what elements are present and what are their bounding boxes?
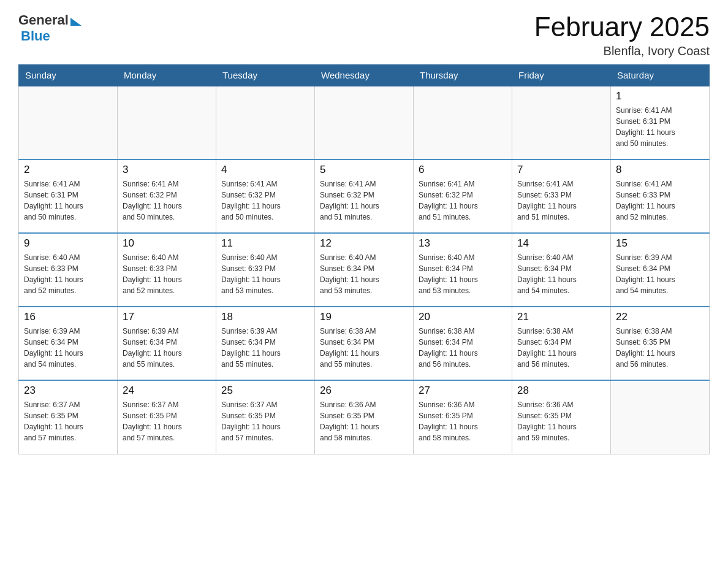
calendar-title: February 2025 [534,12,710,42]
day-number: 12 [320,237,408,250]
day-number: 7 [517,164,605,176]
day-info: Sunrise: 6:41 AMSunset: 6:33 PMDaylight:… [517,178,605,223]
calendar-cell: 16Sunrise: 6:39 AMSunset: 6:34 PMDayligh… [19,307,118,380]
calendar-cell: 26Sunrise: 6:36 AMSunset: 6:35 PMDayligh… [315,380,414,454]
day-info: Sunrise: 6:37 AMSunset: 6:35 PMDaylight:… [123,399,211,443]
day-number: 22 [616,311,704,323]
calendar-cell: 15Sunrise: 6:39 AMSunset: 6:34 PMDayligh… [611,233,710,307]
day-of-week-header: Wednesday [315,65,414,86]
logo-blue-text: Blue [21,28,50,44]
calendar-cell: 11Sunrise: 6:40 AMSunset: 6:33 PMDayligh… [216,233,315,307]
day-info: Sunrise: 6:36 AMSunset: 6:35 PMDaylight:… [419,399,507,443]
calendar-week-row: 2Sunrise: 6:41 AMSunset: 6:31 PMDaylight… [19,159,710,233]
calendar-cell: 19Sunrise: 6:38 AMSunset: 6:34 PMDayligh… [315,307,414,380]
day-number: 3 [123,164,211,176]
calendar-week-row: 9Sunrise: 6:40 AMSunset: 6:33 PMDaylight… [19,233,710,307]
day-number: 26 [320,385,408,397]
page-header: General Blue February 2025 Blenfla, Ivor… [18,12,710,58]
calendar-cell [414,86,512,159]
calendar-subtitle: Blenfla, Ivory Coast [534,44,710,58]
calendar-cell: 28Sunrise: 6:36 AMSunset: 6:35 PMDayligh… [512,380,611,454]
day-number: 9 [24,237,112,250]
calendar-cell: 1Sunrise: 6:41 AMSunset: 6:31 PMDaylight… [611,86,710,159]
calendar-cell: 20Sunrise: 6:38 AMSunset: 6:34 PMDayligh… [414,307,512,380]
day-number: 20 [419,311,507,323]
calendar-week-row: 1Sunrise: 6:41 AMSunset: 6:31 PMDaylight… [19,86,710,159]
day-info: Sunrise: 6:39 AMSunset: 6:34 PMDaylight:… [221,326,309,370]
day-info: Sunrise: 6:39 AMSunset: 6:34 PMDaylight:… [24,326,112,370]
day-info: Sunrise: 6:38 AMSunset: 6:34 PMDaylight:… [419,326,507,370]
day-number: 8 [616,164,704,176]
day-info: Sunrise: 6:41 AMSunset: 6:31 PMDaylight:… [24,178,112,223]
day-of-week-header: Saturday [611,65,710,86]
day-number: 23 [24,385,112,397]
day-info: Sunrise: 6:40 AMSunset: 6:34 PMDaylight:… [419,252,507,296]
day-info: Sunrise: 6:40 AMSunset: 6:34 PMDaylight:… [517,252,605,296]
day-info: Sunrise: 6:38 AMSunset: 6:35 PMDaylight:… [616,326,704,370]
day-info: Sunrise: 6:41 AMSunset: 6:32 PMDaylight:… [320,178,408,223]
calendar-cell: 2Sunrise: 6:41 AMSunset: 6:31 PMDaylight… [19,159,118,233]
day-number: 11 [221,237,309,250]
day-info: Sunrise: 6:38 AMSunset: 6:34 PMDaylight:… [320,326,408,370]
calendar-cell: 14Sunrise: 6:40 AMSunset: 6:34 PMDayligh… [512,233,611,307]
calendar-cell: 27Sunrise: 6:36 AMSunset: 6:35 PMDayligh… [414,380,512,454]
day-number: 24 [123,385,211,397]
day-info: Sunrise: 6:39 AMSunset: 6:34 PMDaylight:… [616,252,704,296]
day-number: 18 [221,311,309,323]
calendar-week-row: 23Sunrise: 6:37 AMSunset: 6:35 PMDayligh… [19,380,710,454]
day-number: 1 [616,90,704,102]
day-info: Sunrise: 6:41 AMSunset: 6:32 PMDaylight:… [123,178,211,223]
day-number: 19 [320,311,408,323]
calendar-table: SundayMondayTuesdayWednesdayThursdayFrid… [18,64,710,454]
calendar-cell: 7Sunrise: 6:41 AMSunset: 6:33 PMDaylight… [512,159,611,233]
day-info: Sunrise: 6:36 AMSunset: 6:35 PMDaylight:… [517,399,605,443]
calendar-cell: 21Sunrise: 6:38 AMSunset: 6:34 PMDayligh… [512,307,611,380]
day-number: 5 [320,164,408,176]
day-info: Sunrise: 6:37 AMSunset: 6:35 PMDaylight:… [24,399,112,443]
calendar-cell: 18Sunrise: 6:39 AMSunset: 6:34 PMDayligh… [216,307,315,380]
calendar-cell: 4Sunrise: 6:41 AMSunset: 6:32 PMDaylight… [216,159,315,233]
calendar-cell [611,380,710,454]
day-info: Sunrise: 6:40 AMSunset: 6:34 PMDaylight:… [320,252,408,296]
day-info: Sunrise: 6:41 AMSunset: 6:32 PMDaylight:… [419,178,507,223]
calendar-cell: 24Sunrise: 6:37 AMSunset: 6:35 PMDayligh… [118,380,216,454]
calendar-header-row: SundayMondayTuesdayWednesdayThursdayFrid… [19,65,710,86]
calendar-cell: 9Sunrise: 6:40 AMSunset: 6:33 PMDaylight… [19,233,118,307]
calendar-cell: 23Sunrise: 6:37 AMSunset: 6:35 PMDayligh… [19,380,118,454]
logo-general-text: General [18,12,69,28]
day-info: Sunrise: 6:36 AMSunset: 6:35 PMDaylight:… [320,399,408,443]
day-info: Sunrise: 6:40 AMSunset: 6:33 PMDaylight:… [221,252,309,296]
calendar-cell [512,86,611,159]
day-of-week-header: Thursday [414,65,512,86]
day-number: 21 [517,311,605,323]
day-number: 17 [123,311,211,323]
calendar-cell [315,86,414,159]
logo: General Blue [18,12,82,44]
calendar-cell: 13Sunrise: 6:40 AMSunset: 6:34 PMDayligh… [414,233,512,307]
calendar-cell: 17Sunrise: 6:39 AMSunset: 6:34 PMDayligh… [118,307,216,380]
logo-triangle-icon [70,18,82,26]
calendar-week-row: 16Sunrise: 6:39 AMSunset: 6:34 PMDayligh… [19,307,710,380]
day-info: Sunrise: 6:41 AMSunset: 6:33 PMDaylight:… [616,178,704,223]
day-info: Sunrise: 6:41 AMSunset: 6:32 PMDaylight:… [221,178,309,223]
calendar-cell: 25Sunrise: 6:37 AMSunset: 6:35 PMDayligh… [216,380,315,454]
day-number: 2 [24,164,112,176]
calendar-cell [19,86,118,159]
day-info: Sunrise: 6:37 AMSunset: 6:35 PMDaylight:… [221,399,309,443]
day-number: 15 [616,237,704,250]
day-of-week-header: Monday [118,65,216,86]
day-number: 13 [419,237,507,250]
calendar-cell: 12Sunrise: 6:40 AMSunset: 6:34 PMDayligh… [315,233,414,307]
calendar-cell: 3Sunrise: 6:41 AMSunset: 6:32 PMDaylight… [118,159,216,233]
day-number: 10 [123,237,211,250]
day-number: 28 [517,385,605,397]
calendar-cell [118,86,216,159]
day-number: 27 [419,385,507,397]
day-info: Sunrise: 6:41 AMSunset: 6:31 PMDaylight:… [616,105,704,149]
day-info: Sunrise: 6:39 AMSunset: 6:34 PMDaylight:… [123,326,211,370]
day-of-week-header: Friday [512,65,611,86]
day-number: 16 [24,311,112,323]
day-number: 25 [221,385,309,397]
calendar-cell: 22Sunrise: 6:38 AMSunset: 6:35 PMDayligh… [611,307,710,380]
day-of-week-header: Sunday [19,65,118,86]
